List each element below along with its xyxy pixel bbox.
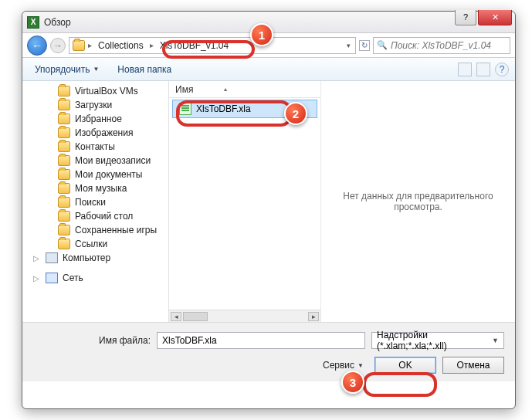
- new-folder-button[interactable]: Новая папка: [111, 62, 178, 77]
- filename-input[interactable]: [162, 335, 360, 346]
- tree-item-virtualbox[interactable]: VirtualBox VMs: [22, 84, 168, 98]
- folder-icon: [58, 183, 70, 194]
- nav-forward-button: →: [50, 38, 66, 53]
- filter-text: Надстройки (*.xlam;*.xla;*.xll): [377, 330, 492, 351]
- horizontal-scrollbar[interactable]: ◂ ▸: [169, 310, 320, 322]
- titlebar: Обзор ? ✕: [22, 12, 515, 33]
- preview-pane: Нет данных для предварительного просмотр…: [320, 81, 515, 322]
- folder-tree[interactable]: VirtualBox VMs Загрузки Избранное Изобра…: [22, 81, 169, 322]
- tree-item-pictures[interactable]: Изображения: [22, 126, 168, 140]
- scroll-right-button[interactable]: ▸: [308, 312, 319, 321]
- cancel-button[interactable]: Отмена: [442, 357, 504, 374]
- scroll-left-button[interactable]: ◂: [171, 312, 181, 321]
- help-icon[interactable]: ?: [495, 63, 509, 76]
- expand-icon[interactable]: ▷: [33, 254, 41, 262]
- network-icon: [46, 273, 58, 283]
- folder-icon: [58, 197, 70, 208]
- close-button[interactable]: ✕: [478, 10, 512, 25]
- tree-item-downloads[interactable]: Загрузки: [22, 98, 168, 112]
- refresh-button[interactable]: ↻: [359, 40, 370, 51]
- breadcrumb[interactable]: ▸ Collections ▸ XlsToDBF_v1.04 ▾: [69, 37, 356, 54]
- xla-file-icon: [179, 103, 191, 115]
- folder-icon: [58, 86, 70, 97]
- tree-item-savedgames[interactable]: Сохраненные игры: [22, 223, 168, 237]
- search-input[interactable]: [391, 40, 507, 51]
- tree-item-favorites[interactable]: Избранное: [22, 112, 168, 126]
- folder-icon: [58, 169, 70, 180]
- tree-item-documents[interactable]: Мои документы: [22, 168, 168, 181]
- folder-icon: [58, 211, 70, 222]
- tree-item-searches[interactable]: Поиски: [22, 195, 168, 209]
- navigation-bar: ← → ▸ Collections ▸ XlsToDBF_v1.04 ▾ ↻ 🔍: [22, 33, 515, 58]
- help-button[interactable]: ?: [455, 10, 476, 25]
- sort-indicator-icon: ▴: [224, 86, 227, 93]
- new-folder-label: Новая папка: [117, 64, 171, 75]
- filetype-filter[interactable]: Надстройки (*.xlam;*.xla;*.xll) ▼: [371, 332, 504, 349]
- folder-icon: [58, 239, 70, 249]
- filename-label: Имя файла:: [33, 335, 151, 346]
- toolbar: Упорядочить ▼ Новая папка ?: [22, 58, 515, 81]
- breadcrumb-item[interactable]: Collections: [95, 40, 147, 51]
- chevron-right-icon: ▸: [148, 41, 155, 49]
- tree-item-contacts[interactable]: Контакты: [22, 140, 168, 154]
- folder-icon: [58, 113, 70, 124]
- folder-icon: [73, 40, 85, 51]
- column-header-name[interactable]: Имя ▴: [169, 81, 320, 98]
- folder-icon: [58, 155, 70, 166]
- chevron-down-icon: ▼: [93, 66, 99, 73]
- chevron-right-icon: ▸: [86, 41, 93, 49]
- preview-empty-text: Нет данных для предварительного просмотр…: [337, 191, 500, 212]
- ok-button[interactable]: OK: [374, 357, 436, 374]
- window-controls: ? ✕: [453, 10, 512, 25]
- file-row-xlstodbf[interactable]: XlsToDBF.xla: [172, 100, 317, 118]
- dialog-footer: Имя файла: Надстройки (*.xlam;*.xla;*.xl…: [22, 322, 515, 381]
- tree-item-videos[interactable]: Мои видеозаписи: [22, 154, 168, 168]
- nav-back-button[interactable]: ←: [27, 36, 47, 56]
- tree-item-links[interactable]: Ссылки: [22, 237, 168, 251]
- breadcrumb-current[interactable]: XlsToDBF_v1.04: [157, 40, 232, 51]
- view-options-icon[interactable]: [458, 63, 472, 76]
- organize-label: Упорядочить: [35, 64, 90, 75]
- chevron-down-icon: ▼: [357, 362, 364, 369]
- excel-app-icon: [27, 16, 39, 29]
- service-menu[interactable]: Сервис ▼: [323, 360, 364, 371]
- expand-icon[interactable]: ▷: [33, 274, 41, 283]
- breadcrumb-dropdown-icon[interactable]: ▾: [345, 42, 352, 49]
- search-box[interactable]: 🔍: [373, 37, 510, 54]
- tree-item-computer[interactable]: ▷Компьютер: [22, 251, 168, 265]
- preview-pane-icon[interactable]: [476, 63, 490, 76]
- folder-icon: [58, 141, 70, 152]
- filename-field[interactable]: [157, 332, 365, 349]
- file-list[interactable]: Имя ▴ XlsToDBF.xla ◂ ▸: [169, 81, 320, 322]
- file-name: XlsToDBF.xla: [196, 103, 251, 114]
- folder-icon: [58, 225, 70, 235]
- folder-icon: [58, 100, 70, 110]
- search-icon: 🔍: [377, 40, 388, 50]
- scroll-thumb[interactable]: [183, 312, 208, 321]
- chevron-down-icon: ▼: [492, 337, 499, 344]
- body-area: VirtualBox VMs Загрузки Избранное Изобра…: [22, 81, 515, 322]
- tree-item-network[interactable]: ▷Сеть: [22, 271, 168, 285]
- tree-item-desktop[interactable]: Рабочий стол: [22, 209, 168, 223]
- tree-item-music[interactable]: Моя музыка: [22, 181, 168, 195]
- computer-icon: [46, 252, 58, 263]
- folder-icon: [58, 127, 70, 138]
- toolbar-right: ?: [458, 63, 509, 76]
- browse-dialog: Обзор ? ✕ ← → ▸ Collections ▸ XlsToDBF_v…: [22, 11, 516, 409]
- window-title: Обзор: [44, 17, 71, 28]
- organize-button[interactable]: Упорядочить ▼: [29, 62, 105, 77]
